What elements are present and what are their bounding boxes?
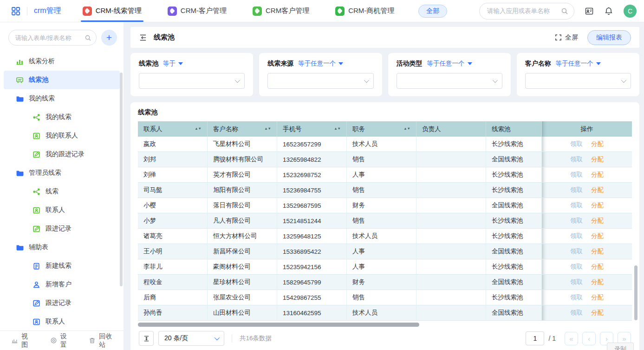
collapse-sidebar-icon[interactable]	[139, 33, 147, 42]
assign-link[interactable]: 分配	[591, 140, 604, 147]
sidebar-item-lead-analysis[interactable]: 线索分析	[4, 52, 120, 71]
sort-icon[interactable]: ▲▼	[403, 128, 410, 130]
form-search-input[interactable]	[15, 34, 85, 41]
pen-icon	[33, 299, 40, 307]
claim-link[interactable]: 领取	[570, 263, 583, 270]
settings-button[interactable]: 设置	[50, 332, 69, 349]
table-row: 刘禅 英才有限公司 15232698752 人事 长沙线索池 领取分配	[138, 167, 632, 183]
tab-crm-opportunity[interactable]: CRM-商机管理	[335, 0, 394, 22]
claim-link[interactable]: 领取	[570, 156, 583, 163]
filter-lead-pool: 线索池 等于	[130, 53, 253, 96]
cell-owner	[416, 275, 486, 290]
all-apps-badge[interactable]: 全部	[418, 5, 447, 18]
views-button[interactable]: 视图	[11, 332, 30, 349]
sort-icon[interactable]: ▲▼	[334, 128, 341, 130]
sidebar-item-my-followups[interactable]: 我的跟进记录	[4, 145, 120, 164]
sidebar-group-admin-leads[interactable]: 管理员线索	[4, 164, 120, 182]
sidebar-item-label: 我的联系人	[46, 132, 78, 140]
sidebar-item-contacts-2[interactable]: 联系人	[4, 312, 120, 331]
filter-value-select[interactable]	[139, 73, 245, 89]
page-size-select[interactable]: 20 条/页	[158, 331, 224, 346]
contact-card-icon	[33, 132, 40, 140]
filter-condition[interactable]: 等于任意一个	[556, 59, 601, 68]
contact-card-icon	[33, 206, 40, 214]
workspace-link[interactable]: crm管理	[34, 6, 61, 16]
filter-condition[interactable]: 等于任意一个	[427, 59, 472, 68]
sidebar-item-contacts[interactable]: 联系人	[4, 201, 120, 219]
assign-link[interactable]: 分配	[591, 232, 604, 239]
sidebar-item-followups-2[interactable]: 跟进记录	[4, 294, 120, 312]
claim-link[interactable]: 领取	[570, 248, 583, 255]
filter-value-select[interactable]	[397, 73, 502, 89]
filter-condition[interactable]: 等于任意一个	[298, 59, 343, 68]
page-input[interactable]	[526, 331, 544, 345]
avatar[interactable]: C	[624, 5, 637, 18]
claim-link[interactable]: 领取	[570, 294, 583, 301]
cell-company: 飞星材料公司	[208, 137, 277, 152]
assign-link[interactable]: 分配	[591, 278, 604, 285]
sidebar-item-followups[interactable]: 跟进记录	[4, 219, 120, 238]
sidebar-group-aux-tables[interactable]: 辅助表	[4, 238, 120, 257]
sidebar-scrollbar[interactable]	[120, 73, 123, 286]
cell-owner	[416, 152, 486, 167]
assign-link[interactable]: 分配	[591, 217, 604, 224]
sidebar-group-my-leads[interactable]: 我的线索	[4, 89, 120, 108]
cell-company: 新昌环保公司	[208, 244, 277, 259]
claim-link[interactable]: 领取	[570, 217, 583, 224]
filter-condition[interactable]: 等于	[163, 59, 183, 68]
filter-value-select[interactable]	[525, 73, 631, 89]
cell-owner	[416, 290, 486, 305]
horizontal-scrollbar	[138, 323, 632, 327]
sort-icon[interactable]: ▲▼	[264, 128, 271, 130]
assign-link[interactable]: 分配	[591, 186, 604, 193]
claim-link[interactable]: 领取	[570, 171, 583, 178]
sidebar-item-leads[interactable]: 线索	[4, 182, 120, 201]
contacts-icon[interactable]	[585, 7, 594, 16]
first-page-button[interactable]: «	[565, 332, 578, 345]
global-search-input[interactable]	[487, 7, 561, 14]
assign-link[interactable]: 分配	[591, 309, 604, 316]
fullscreen-button[interactable]: 全屏	[555, 33, 578, 42]
tab-crm-customer-2[interactable]: CRM客户管理	[253, 0, 309, 22]
claim-link[interactable]: 领取	[570, 186, 583, 193]
sidebar-item-lead-pool[interactable]: 线索池	[4, 71, 120, 89]
recycle-bin-button[interactable]: 回收站	[89, 332, 112, 349]
claim-link[interactable]: 领取	[570, 232, 583, 239]
prev-page-button[interactable]: ‹	[582, 332, 596, 345]
sidebar-item-new-lead[interactable]: 新建线索	[4, 257, 120, 275]
assign-link[interactable]: 分配	[591, 202, 604, 209]
claim-link[interactable]: 领取	[570, 140, 583, 147]
filter-row: 线索池 等于 线索来源 等于任意一个	[130, 53, 639, 96]
cell-actions: 领取分配	[542, 290, 632, 305]
assign-link[interactable]: 分配	[591, 294, 604, 301]
claim-link[interactable]: 领取	[570, 278, 583, 285]
edit-report-button[interactable]: 编辑报表	[587, 30, 631, 45]
col-actions: 操作	[542, 121, 632, 137]
board-icon	[16, 76, 24, 84]
bell-icon[interactable]	[604, 7, 613, 16]
sidebar-item-label: 辅助表	[29, 243, 48, 251]
horizontal-scrollbar-thumb[interactable]	[138, 323, 419, 327]
sidebar-item-new-customer[interactable]: 新增客户	[4, 275, 120, 294]
assign-link[interactable]: 分配	[591, 171, 604, 178]
vertical-scrollbar-thumb[interactable]	[634, 265, 637, 320]
assign-link[interactable]: 分配	[591, 248, 604, 255]
claim-link[interactable]: 领取	[570, 202, 583, 209]
tab-label: CRM-线索管理	[96, 7, 142, 15]
assign-link[interactable]: 分配	[591, 156, 604, 163]
add-form-button[interactable]: +	[101, 30, 117, 46]
tab-crm-lead[interactable]: CRM-线索管理	[83, 0, 142, 22]
claim-link[interactable]: 领取	[570, 309, 583, 316]
tab-crm-customer[interactable]: CRM-客户管理	[168, 0, 227, 22]
filter-value-select[interactable]	[267, 73, 373, 89]
assign-link[interactable]: 分配	[591, 263, 604, 270]
chevron-down-icon	[235, 78, 240, 83]
recycle-bin-label: 回收站	[99, 332, 112, 349]
row-height-button[interactable]	[139, 331, 154, 346]
sidebar-item-my-contacts[interactable]: 我的联系人	[4, 126, 120, 145]
sort-icon[interactable]: ▲▼	[195, 128, 202, 130]
sidebar-item-my-leads[interactable]: 我的线索	[4, 108, 120, 126]
cell-contact: 诸葛亮	[138, 229, 208, 244]
apps-grid-icon[interactable]	[11, 7, 20, 16]
cell-owner	[416, 198, 486, 213]
